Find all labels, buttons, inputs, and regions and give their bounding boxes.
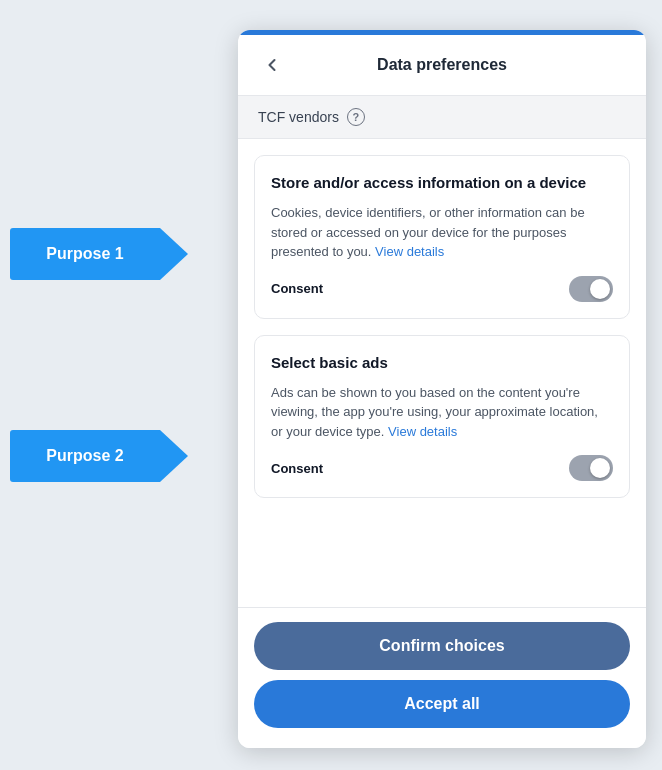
modal: Data preferences TCF vendors ? Store and…: [238, 30, 646, 748]
purpose-1-consent-label: Consent: [271, 281, 323, 296]
purpose-2-arrow: Purpose 2: [10, 430, 160, 482]
purpose-1-title: Store and/or access information on a dev…: [271, 172, 613, 193]
scroll-spacer: [238, 514, 646, 544]
purpose-1-toggle-track: [569, 276, 613, 302]
purpose-1-description: Cookies, device identifiers, or other in…: [271, 203, 613, 262]
purpose-2-title: Select basic ads: [271, 352, 613, 373]
purpose-1-arrow-label: Purpose 1: [46, 245, 123, 263]
purpose-1-arrow: Purpose 1: [10, 228, 160, 280]
purpose-2-toggle-thumb: [590, 458, 610, 478]
purpose-2-view-details[interactable]: View details: [388, 424, 457, 439]
purpose-1-card: Store and/or access information on a dev…: [254, 155, 630, 319]
modal-title: Data preferences: [286, 56, 598, 74]
purpose-2-card: Select basic ads Ads can be shown to you…: [254, 335, 630, 499]
modal-body[interactable]: TCF vendors ? Store and/or access inform…: [238, 96, 646, 607]
modal-footer: Confirm choices Accept all: [238, 607, 646, 748]
purpose-1-toggle-thumb: [590, 279, 610, 299]
purpose-1-toggle[interactable]: [569, 276, 613, 302]
confirm-choices-button[interactable]: Confirm choices: [254, 622, 630, 670]
modal-header: Data preferences: [238, 35, 646, 96]
purpose-2-description: Ads can be shown to you based on the con…: [271, 383, 613, 442]
purpose-2-consent-row: Consent: [271, 455, 613, 481]
tcf-vendors-section: TCF vendors ?: [238, 96, 646, 139]
purpose-2-arrow-label: Purpose 2: [46, 447, 123, 465]
tcf-vendors-help-icon[interactable]: ?: [347, 108, 365, 126]
accept-all-button[interactable]: Accept all: [254, 680, 630, 728]
purpose-1-view-details[interactable]: View details: [375, 244, 444, 259]
back-button[interactable]: [258, 51, 286, 79]
purpose-2-toggle-track: [569, 455, 613, 481]
purpose-2-toggle[interactable]: [569, 455, 613, 481]
tcf-vendors-label: TCF vendors: [258, 109, 339, 125]
purpose-2-consent-label: Consent: [271, 461, 323, 476]
purpose-1-consent-row: Consent: [271, 276, 613, 302]
